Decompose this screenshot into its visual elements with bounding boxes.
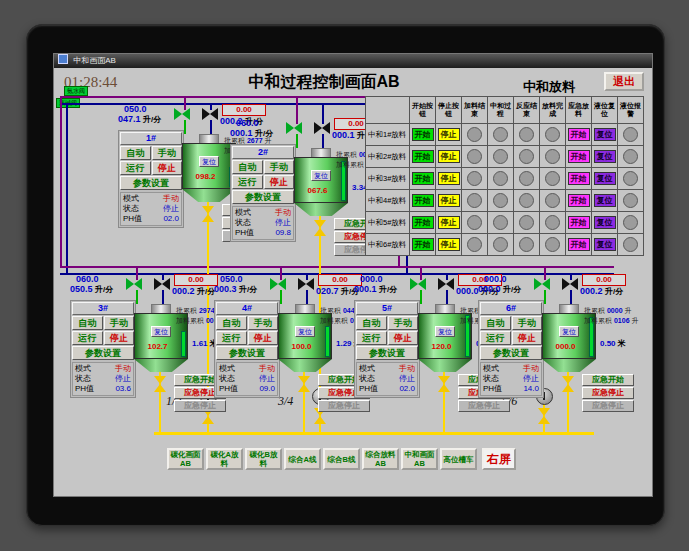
emergency-discharge-button[interactable]: 开始 (568, 150, 590, 163)
feed-valve-a-icon[interactable] (410, 278, 426, 290)
tank-reset-button[interactable]: 复位 (435, 326, 455, 337)
pipe-tag-1: 氨水阀 (64, 86, 88, 96)
start-button[interactable]: 开始 (412, 128, 434, 141)
stop-button[interactable]: 停止 (438, 150, 460, 163)
manual-button[interactable]: 手动 (248, 316, 279, 330)
feed-valve-b-icon[interactable] (438, 278, 454, 290)
nav-combined-a-button[interactable]: 综合A线 (284, 448, 321, 470)
params-button[interactable]: 参数设置 (480, 346, 542, 360)
tank-outlet-valve-icon[interactable] (202, 206, 214, 222)
tank-outlet-valve-icon[interactable] (438, 376, 450, 392)
auto-button[interactable]: 自动 (480, 316, 511, 330)
start-button[interactable]: 开始 (412, 216, 434, 229)
tank-reset-button[interactable]: 复位 (199, 156, 219, 167)
stop-button[interactable]: 停止 (512, 331, 543, 345)
auto-button[interactable]: 自动 (72, 316, 103, 330)
tank-outlet-valve-icon[interactable] (298, 376, 310, 392)
level-reset-button[interactable]: 复位 (594, 150, 616, 163)
feed-valve-a-icon[interactable] (174, 108, 190, 120)
nav-neutralization-screen-button[interactable]: 中和画面AB (401, 448, 438, 470)
stop-button[interactable]: 停止 (438, 194, 460, 207)
emergency-stop-button[interactable]: 应急停止 (582, 387, 634, 399)
stop-button[interactable]: 停止 (264, 175, 295, 189)
manual-button[interactable]: 手动 (152, 146, 183, 160)
tank-reset-button[interactable]: 复位 (295, 326, 315, 337)
start-button[interactable]: 开始 (412, 194, 434, 207)
auto-button[interactable]: 自动 (216, 316, 247, 330)
feed-valve-a-icon[interactable] (286, 122, 302, 134)
level-reset-button[interactable]: 复位 (594, 172, 616, 185)
params-button[interactable]: 参数设置 (72, 346, 134, 360)
emergency-discharge-button[interactable]: 开始 (568, 238, 590, 251)
manual-button[interactable]: 手动 (512, 316, 543, 330)
run-button[interactable]: 运行 (216, 331, 247, 345)
level-reset-button[interactable]: 复位 (594, 194, 616, 207)
level-reset-button[interactable]: 复位 (594, 216, 616, 229)
feed-valve-b-icon[interactable] (202, 108, 218, 120)
nav-carbonation-a-button[interactable]: 碳化A放料 (206, 448, 243, 470)
stop-button[interactable]: 停止 (438, 172, 460, 185)
feed-valve-a-icon[interactable] (126, 278, 142, 290)
feed-total-label: 加料累积 (320, 317, 348, 324)
feed-valve-b-icon[interactable] (298, 278, 314, 290)
feed-valve-b-icon[interactable] (314, 122, 330, 134)
feed-total-label: 加料累积 (336, 161, 364, 168)
emergency-discharge-button[interactable]: 开始 (568, 128, 590, 141)
nav-combined-discharge-button[interactable]: 综合放料AB (362, 448, 399, 470)
stop-button[interactable]: 停止 (388, 331, 419, 345)
batch-total-label: 批累积 (176, 307, 197, 314)
stop-button[interactable]: 停止 (438, 128, 460, 141)
stop-button[interactable]: 停止 (152, 161, 183, 175)
params-button[interactable]: 参数设置 (216, 346, 278, 360)
unit-id: 6# (480, 302, 542, 315)
start-button[interactable]: 开始 (412, 238, 434, 251)
tank-reset-button[interactable]: 复位 (311, 170, 331, 181)
nav-carbonation-b-button[interactable]: 碳化B放料 (245, 448, 282, 470)
manual-button[interactable]: 手动 (388, 316, 419, 330)
stop-button[interactable]: 停止 (104, 331, 135, 345)
tank-outlet-valve-icon[interactable] (154, 376, 166, 392)
level-reset-button[interactable]: 复位 (594, 238, 616, 251)
emergency-discharge-button[interactable]: 开始 (568, 216, 590, 229)
emergency-discharge-button[interactable]: 开始 (568, 194, 590, 207)
run-button[interactable]: 运行 (232, 175, 263, 189)
run-button[interactable]: 运行 (120, 161, 151, 175)
nav-right-screen-button[interactable]: 右屏 (482, 448, 516, 470)
params-button[interactable]: 参数设置 (120, 176, 182, 190)
run-button[interactable]: 运行 (480, 331, 511, 345)
nav-head-tank-button[interactable]: 高位槽车 (440, 448, 477, 470)
tank-outlet-valve-icon[interactable] (562, 376, 574, 392)
stop-button[interactable]: 停止 (438, 216, 460, 229)
auto-button[interactable]: 自动 (232, 160, 263, 174)
run-button[interactable]: 运行 (72, 331, 103, 345)
exit-button[interactable]: 退出 (604, 72, 644, 91)
nav-carbonation-screen-button[interactable]: 碳化画面AB (167, 448, 204, 470)
params-button[interactable]: 参数设置 (356, 346, 418, 360)
feed-valve-b-icon[interactable] (562, 278, 578, 290)
manual-button[interactable]: 手动 (104, 316, 135, 330)
emergency-start-button[interactable]: 应急开始 (582, 374, 634, 386)
tank-outlet-valve-icon[interactable] (314, 220, 326, 236)
feed-valve-b-icon[interactable] (154, 278, 170, 290)
level-reset-button[interactable]: 复位 (594, 128, 616, 141)
stop-button[interactable]: 停止 (248, 331, 279, 345)
manual-button[interactable]: 手动 (264, 160, 295, 174)
start-button[interactable]: 开始 (412, 172, 434, 185)
tank-reset-button[interactable]: 复位 (151, 326, 171, 337)
emergency-discharge-button[interactable]: 开始 (568, 172, 590, 185)
feed-valve-a-icon[interactable] (270, 278, 286, 290)
run-button[interactable]: 运行 (356, 331, 387, 345)
feed-valve-a-icon[interactable] (534, 278, 550, 290)
batch-total-value: 2974 (199, 307, 215, 314)
auto-button[interactable]: 自动 (356, 316, 387, 330)
params-button[interactable]: 参数设置 (232, 190, 294, 204)
tank-value: 098.2 (183, 172, 228, 181)
window-titlebar[interactable]: 中和画面AB (54, 54, 652, 68)
start-button[interactable]: 开始 (412, 150, 434, 163)
stop-button[interactable]: 停止 (438, 238, 460, 251)
nav-combined-b-button[interactable]: 综合B线 (323, 448, 360, 470)
tank-reset-button[interactable]: 复位 (559, 326, 579, 337)
auto-button[interactable]: 自动 (120, 146, 151, 160)
batch-total: 批累积 0000 升 (584, 306, 631, 316)
emergency-stop-disabled-button[interactable]: 应急停止 (582, 400, 634, 412)
